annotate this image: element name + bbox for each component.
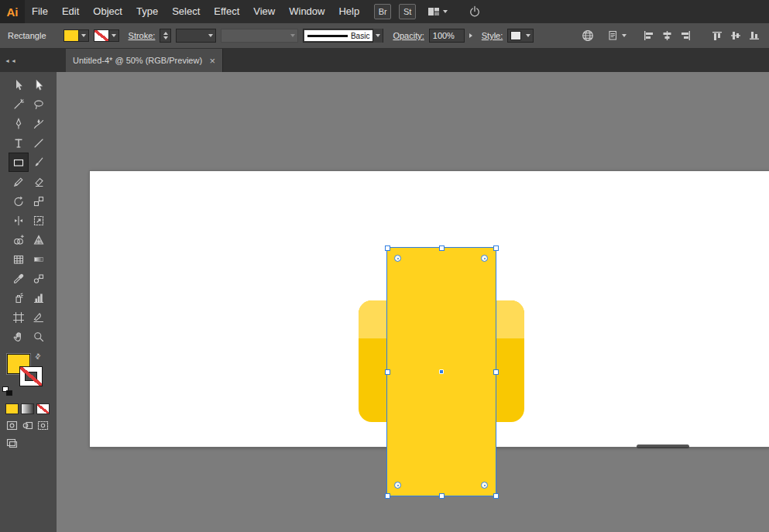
free-transform-tool[interactable] bbox=[29, 211, 49, 230]
gradient-tool[interactable] bbox=[29, 249, 49, 269]
stroke-weight-label[interactable]: Stroke: bbox=[129, 31, 156, 40]
shape-builder-tool[interactable] bbox=[9, 230, 29, 249]
menu-view[interactable]: View bbox=[246, 0, 282, 23]
document-tab[interactable]: Untitled-4* @ 50% (RGB/Preview) × bbox=[66, 49, 223, 72]
width-tool[interactable] bbox=[9, 211, 29, 230]
type-tool[interactable] bbox=[9, 133, 29, 153]
eraser-tool[interactable] bbox=[29, 172, 49, 191]
swap-fill-stroke-icon[interactable]: ⇄ bbox=[33, 352, 43, 361]
curvature-tool[interactable] bbox=[29, 114, 49, 133]
brush-definition-select[interactable]: Basic bbox=[303, 29, 383, 43]
selection-handle-middle-right[interactable] bbox=[493, 369, 499, 375]
stroke-color-swatch[interactable] bbox=[19, 366, 43, 386]
draw-behind-icon[interactable] bbox=[21, 420, 34, 431]
menu-help[interactable]: Help bbox=[331, 0, 366, 23]
change-screen-mode-icon[interactable] bbox=[5, 438, 19, 449]
opacity-label[interactable]: Opacity: bbox=[393, 31, 424, 40]
stroke-dropdown-arrow[interactable] bbox=[109, 29, 119, 42]
fill-color-picker[interactable] bbox=[64, 29, 89, 42]
selection-handle-top-left[interactable] bbox=[385, 245, 390, 251]
symbol-sprayer-tool[interactable] bbox=[9, 288, 29, 307]
collapse-panel-icon[interactable]: ◄◄ bbox=[5, 58, 17, 63]
draw-mode-buttons bbox=[0, 414, 57, 431]
fill-swatch[interactable] bbox=[64, 29, 79, 42]
brush-name: Basic bbox=[351, 32, 369, 40]
corner-widget-bottom-right[interactable] bbox=[481, 482, 488, 489]
variable-width-profile-select[interactable] bbox=[221, 29, 298, 43]
scale-tool[interactable] bbox=[29, 191, 49, 211]
recolor-artwork-icon[interactable] bbox=[581, 29, 595, 43]
draw-normal-icon[interactable] bbox=[5, 420, 19, 431]
pen-tool[interactable] bbox=[9, 114, 29, 133]
gradient-button[interactable] bbox=[21, 403, 34, 414]
stroke-weight-select[interactable] bbox=[176, 29, 216, 43]
document-setup-button[interactable] bbox=[607, 29, 627, 42]
artboard-tool[interactable] bbox=[9, 307, 29, 327]
stroke-none-swatch[interactable] bbox=[94, 29, 109, 42]
close-tab-icon[interactable]: × bbox=[209, 56, 215, 66]
line-segment-tool[interactable] bbox=[29, 133, 49, 153]
fill-stroke-control: ⇄ bbox=[0, 352, 57, 397]
workspace-switcher[interactable] bbox=[427, 5, 448, 18]
menu-window[interactable]: Window bbox=[282, 0, 331, 23]
eyedropper-tool[interactable] bbox=[9, 269, 29, 288]
selection-handle-bottom-right[interactable] bbox=[493, 493, 499, 499]
draw-inside-icon[interactable] bbox=[36, 420, 50, 431]
menu-effect[interactable]: Effect bbox=[207, 0, 246, 23]
selection-handle-bottom-left[interactable] bbox=[385, 493, 390, 499]
selection-handle-top-right[interactable] bbox=[493, 245, 499, 251]
menu-edit[interactable]: Edit bbox=[55, 0, 86, 23]
align-center-h-icon[interactable] bbox=[661, 29, 674, 42]
hand-tool[interactable] bbox=[9, 327, 29, 346]
sync-icon[interactable] bbox=[468, 5, 482, 19]
align-middle-v-icon[interactable] bbox=[730, 29, 743, 42]
menu-type[interactable]: Type bbox=[129, 0, 165, 23]
stroke-weight-stepper[interactable] bbox=[160, 29, 171, 43]
tools-panel-header: ◄◄ bbox=[0, 49, 57, 72]
rectangle-tool[interactable] bbox=[9, 153, 29, 172]
align-bottom-icon[interactable] bbox=[748, 29, 761, 42]
stock-button[interactable]: St bbox=[399, 4, 416, 19]
bridge-button[interactable]: Br bbox=[374, 4, 391, 19]
selection-tool[interactable] bbox=[9, 75, 29, 94]
style-label[interactable]: Style: bbox=[482, 31, 503, 40]
zoom-tool[interactable] bbox=[29, 327, 49, 346]
paintbrush-tool[interactable] bbox=[29, 153, 49, 172]
slice-tool[interactable] bbox=[29, 307, 49, 327]
menu-file[interactable]: File bbox=[25, 0, 55, 23]
blend-tool[interactable] bbox=[29, 269, 49, 288]
style-select[interactable] bbox=[507, 29, 534, 43]
corner-widget-bottom-left[interactable] bbox=[394, 482, 401, 489]
menu-select[interactable]: Select bbox=[165, 0, 207, 23]
corner-widget-top-left[interactable] bbox=[394, 255, 401, 262]
selection-handle-top-center[interactable] bbox=[439, 245, 445, 251]
align-top-icon[interactable] bbox=[711, 29, 724, 42]
tool-grid bbox=[0, 72, 57, 346]
align-left-icon[interactable] bbox=[642, 29, 655, 42]
direct-selection-tool[interactable] bbox=[29, 75, 49, 94]
align-right-icon[interactable] bbox=[679, 29, 692, 42]
column-graph-tool[interactable] bbox=[29, 288, 49, 307]
opacity-input[interactable] bbox=[429, 29, 465, 43]
workspace: ◄◄ bbox=[0, 49, 769, 532]
none-button[interactable] bbox=[36, 403, 50, 414]
fill-dropdown-arrow[interactable] bbox=[79, 29, 89, 42]
stroke-color-picker[interactable] bbox=[94, 29, 119, 42]
mesh-tool[interactable] bbox=[9, 249, 29, 269]
default-fill-stroke-icon[interactable] bbox=[2, 386, 12, 396]
selection-handle-middle-left[interactable] bbox=[385, 369, 390, 375]
selection-center-anchor[interactable] bbox=[439, 369, 444, 374]
shaper-tool[interactable] bbox=[9, 172, 29, 191]
corner-widget-top-right[interactable] bbox=[481, 255, 488, 262]
workspace-layout-icon bbox=[427, 5, 441, 18]
menu-object[interactable]: Object bbox=[86, 0, 129, 23]
lasso-tool[interactable] bbox=[29, 94, 49, 114]
opacity-more-arrow[interactable] bbox=[469, 33, 472, 38]
color-button[interactable] bbox=[5, 403, 19, 414]
magic-wand-tool[interactable] bbox=[9, 94, 29, 114]
perspective-grid-tool[interactable] bbox=[29, 230, 49, 249]
selection-handle-bottom-center[interactable] bbox=[439, 493, 445, 499]
rotate-tool[interactable] bbox=[9, 191, 29, 211]
canvas-area[interactable] bbox=[57, 72, 769, 532]
brush-dropdown-arrow[interactable] bbox=[372, 29, 383, 43]
